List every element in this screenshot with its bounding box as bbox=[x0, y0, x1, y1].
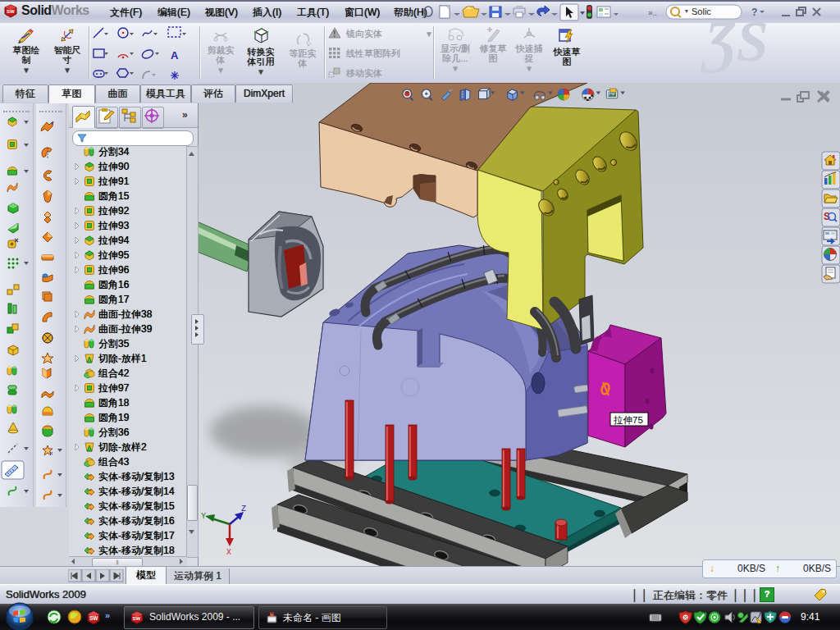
svg-text:圆角15: 圆角15 bbox=[98, 190, 130, 202]
svg-text:圆角17: 圆角17 bbox=[98, 294, 130, 305]
svg-text:切除-放样2: 切除-放样2 bbox=[98, 441, 147, 453]
svg-text:»..: ».. bbox=[648, 8, 657, 17]
svg-text:曲面-拉伸39: 曲面-拉伸39 bbox=[98, 323, 153, 335]
svg-text:!: ! bbox=[333, 30, 336, 39]
svg-text:拉伸97: 拉伸97 bbox=[98, 382, 130, 394]
svg-text:圆角19: 圆角19 bbox=[98, 412, 130, 423]
svg-text:分割34: 分割34 bbox=[98, 146, 130, 158]
svg-text:分割35: 分割35 bbox=[98, 338, 130, 349]
svg-text:SW: SW bbox=[133, 616, 141, 621]
svg-text:拉伸91: 拉伸91 bbox=[98, 176, 130, 187]
svg-text:拉伸95: 拉伸95 bbox=[98, 249, 130, 261]
svg-text:实体-移动/复制17: 实体-移动/复制17 bbox=[98, 530, 175, 541]
svg-text:拉伸96: 拉伸96 bbox=[98, 264, 130, 276]
svg-text:曲面-拉伸38: 曲面-拉伸38 bbox=[98, 308, 153, 320]
svg-text:SW: SW bbox=[7, 9, 15, 14]
svg-text:X: X bbox=[226, 548, 231, 557]
svg-text:圆角16: 圆角16 bbox=[98, 279, 130, 290]
svg-text:组合43: 组合43 bbox=[98, 456, 130, 468]
svg-text:切除-放样1: 切除-放样1 bbox=[98, 353, 147, 364]
svg-text:A: A bbox=[171, 49, 179, 62]
svg-text:实体-移动/复制14: 实体-移动/复制14 bbox=[98, 486, 175, 497]
svg-text:圆角18: 圆角18 bbox=[98, 397, 130, 409]
svg-text:实体-移动/复制13: 实体-移动/复制13 bbox=[98, 471, 175, 482]
svg-text:拉伸90: 拉伸90 bbox=[98, 161, 130, 172]
svg-text:»: » bbox=[105, 610, 110, 620]
svg-text:实体-移动/复制18: 实体-移动/复制18 bbox=[98, 545, 175, 556]
svg-text:SW: SW bbox=[89, 615, 98, 621]
svg-text:组合42: 组合42 bbox=[98, 368, 130, 379]
svg-text:Y: Y bbox=[201, 512, 206, 521]
svg-text:拉伸92: 拉伸92 bbox=[98, 205, 130, 217]
svg-text:实体-移动/复制16: 实体-移动/复制16 bbox=[98, 515, 175, 527]
svg-text:实体-移动/复制15: 实体-移动/复制15 bbox=[98, 500, 175, 512]
svg-text:分割36: 分割36 bbox=[98, 427, 130, 438]
svg-text:拉伸94: 拉伸94 bbox=[98, 235, 130, 246]
svg-text:拉伸75: 拉伸75 bbox=[613, 415, 643, 425]
svg-text:拉伸93: 拉伸93 bbox=[98, 220, 130, 231]
svg-text:S: S bbox=[824, 211, 830, 222]
svg-text:Z: Z bbox=[241, 504, 246, 514]
